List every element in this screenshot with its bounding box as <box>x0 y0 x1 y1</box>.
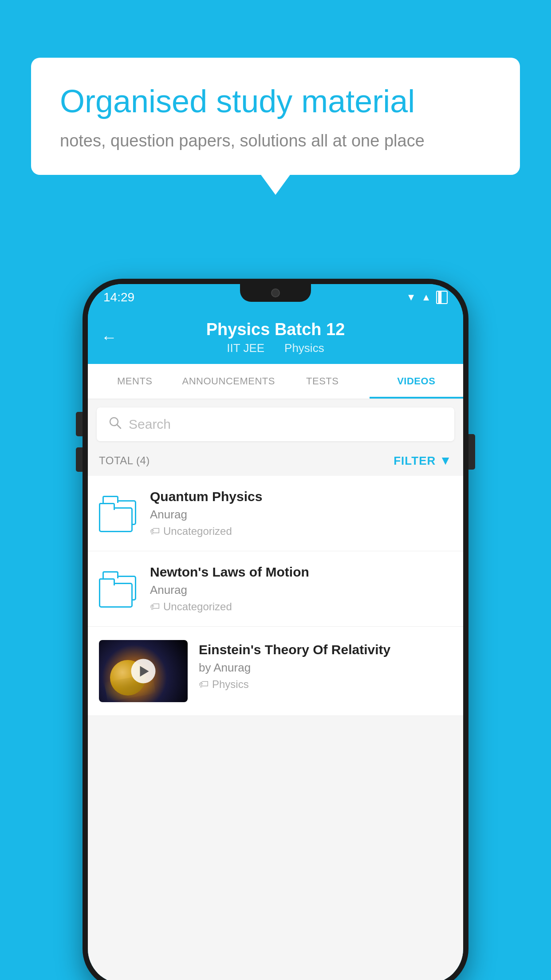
header-title: Physics Batch 12 <box>206 320 345 339</box>
video-thumbnail <box>99 640 188 702</box>
phone-screen: 14:29 ▼ ▲ ▌ ← Physics Batch 12 IIT JEE P… <box>88 284 463 980</box>
search-icon <box>108 415 122 433</box>
play-button[interactable] <box>131 659 156 684</box>
power-button <box>468 434 475 470</box>
item-author: Anurag <box>150 583 452 597</box>
wifi-icon: ▼ <box>406 292 416 303</box>
status-time: 14:29 <box>103 290 134 304</box>
list-item-thumb[interactable]: Einstein's Theory Of Relativity by Anura… <box>88 627 463 716</box>
filter-bar: TOTAL (4) FILTER ▼ <box>88 449 463 476</box>
speech-bubble: Organised study material notes, question… <box>31 58 520 175</box>
item-tag: 🏷 Physics <box>199 678 452 691</box>
item-tag: 🏷 Uncategorized <box>150 525 452 537</box>
item-info: Einstein's Theory Of Relativity by Anura… <box>199 640 452 691</box>
phone-frame: 14:29 ▼ ▲ ▌ ← Physics Batch 12 IIT JEE P… <box>83 279 468 980</box>
header-subtitle: IIT JEE Physics <box>223 341 327 355</box>
tag-icon: 🏷 <box>150 601 160 612</box>
tag-icon: 🏷 <box>150 526 160 537</box>
total-count: TOTAL (4) <box>99 454 150 467</box>
tab-videos[interactable]: VIDEOS <box>370 364 464 399</box>
item-icon-wrap <box>99 569 139 609</box>
filter-button[interactable]: FILTER ▼ <box>394 454 452 468</box>
front-camera <box>271 288 280 297</box>
bubble-subtitle: notes, question papers, solutions all at… <box>60 131 491 150</box>
volume-down-button <box>76 447 83 472</box>
bubble-title: Organised study material <box>60 82 491 120</box>
signal-icon: ▲ <box>421 292 431 303</box>
header-subtitle-part2: Physics <box>284 341 324 355</box>
item-tag: 🏷 Uncategorized <box>150 601 452 613</box>
back-button[interactable]: ← <box>101 328 117 347</box>
search-bar[interactable]: Search <box>97 407 454 441</box>
battery-icon: ▌ <box>436 291 448 304</box>
speech-bubble-container: Organised study material notes, question… <box>31 58 520 175</box>
volume-up-button <box>76 412 83 436</box>
search-placeholder: Search <box>129 417 171 432</box>
status-icons: ▼ ▲ ▌ <box>406 291 448 304</box>
item-author: Anurag <box>150 508 452 522</box>
app-header: ← Physics Batch 12 IIT JEE Physics <box>88 311 463 364</box>
header-subtitle-part1: IIT JEE <box>227 341 264 355</box>
item-info: Quantum Physics Anurag 🏷 Uncategorized <box>150 489 452 537</box>
item-title: Quantum Physics <box>150 489 452 504</box>
tag-icon: 🏷 <box>199 679 209 690</box>
play-icon <box>140 666 149 676</box>
filter-icon: ▼ <box>439 454 452 468</box>
tabs-bar: MENTS ANNOUNCEMENTS TESTS VIDEOS <box>88 364 463 399</box>
folder-icon <box>99 496 139 531</box>
item-title: Einstein's Theory Of Relativity <box>199 642 452 657</box>
tab-announcements[interactable]: ANNOUNCEMENTS <box>182 364 276 399</box>
content-area: Search TOTAL (4) FILTER ▼ <box>88 399 463 980</box>
item-info: Newton's Laws of Motion Anurag 🏷 Uncateg… <box>150 565 452 613</box>
video-list: Quantum Physics Anurag 🏷 Uncategorized <box>88 476 463 716</box>
item-title: Newton's Laws of Motion <box>150 565 452 580</box>
item-author: by Anurag <box>199 661 452 675</box>
svg-line-1 <box>117 425 121 428</box>
tab-tests[interactable]: TESTS <box>276 364 370 399</box>
tab-ments[interactable]: MENTS <box>88 364 182 399</box>
list-item[interactable]: Quantum Physics Anurag 🏷 Uncategorized <box>88 476 463 551</box>
item-icon-wrap <box>99 494 139 533</box>
folder-icon <box>99 571 139 607</box>
phone-notch <box>240 284 311 302</box>
list-item[interactable]: Newton's Laws of Motion Anurag 🏷 Uncateg… <box>88 551 463 627</box>
